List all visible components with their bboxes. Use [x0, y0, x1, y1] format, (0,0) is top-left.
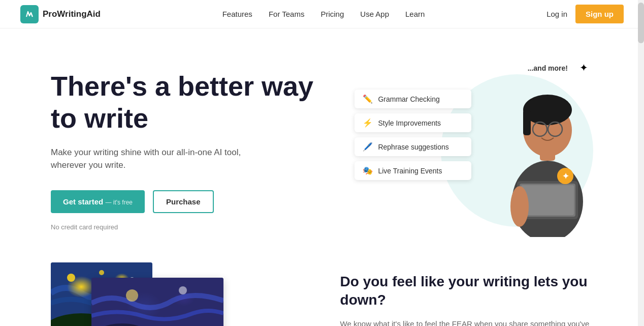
- purchase-button[interactable]: Purchase: [153, 190, 214, 213]
- section-two-left: My idea in my head: [51, 262, 300, 326]
- pill-style: ⚡ Style Improvements: [355, 113, 471, 132]
- feature-pills: ✏️ Grammar Checking ⚡ Style Improvements…: [355, 90, 471, 180]
- nav-links: Features For Teams Pricing Use App Learn: [222, 10, 425, 19]
- nav-learn[interactable]: Learn: [405, 10, 425, 18]
- section-two-title: Do you feel like your writing lets you d…: [340, 273, 603, 310]
- svg-rect-5: [523, 110, 531, 135]
- svg-rect-11: [521, 185, 574, 215]
- logo-link[interactable]: ProWritingAid: [20, 5, 101, 23]
- svg-point-16: [67, 274, 75, 282]
- svg-rect-22: [91, 278, 223, 326]
- nav-pricing[interactable]: Pricing: [320, 10, 344, 18]
- page-scrollbar[interactable]: [638, 0, 644, 326]
- rephrase-icon: 🖊️: [363, 142, 373, 152]
- svg-text:✦: ✦: [562, 172, 569, 181]
- get-started-button[interactable]: Get started — it's free: [51, 190, 145, 213]
- section-two-body: We know what it's like to feel the FEAR …: [340, 318, 603, 326]
- hero-section: There's a better way to write Make your …: [0, 28, 644, 262]
- section-two: My idea in my head Do you feel like your…: [0, 262, 644, 326]
- svg-point-17: [99, 270, 104, 275]
- login-button[interactable]: Log in: [546, 10, 567, 18]
- nav-for-teams[interactable]: For Teams: [269, 10, 305, 18]
- signup-button[interactable]: Sign up: [575, 5, 624, 23]
- logo-text: ProWritingAid: [43, 9, 101, 19]
- hero-buttons: Get started — it's free Purchase: [51, 190, 315, 213]
- nav-features[interactable]: Features: [222, 10, 252, 18]
- person-illustration: ✦: [466, 59, 598, 237]
- hero-title: There's a better way to write: [51, 70, 315, 133]
- svg-point-23: [126, 289, 138, 302]
- painting-front: [91, 278, 223, 326]
- hero-subtitle: Make your writing shine with our all-in-…: [51, 146, 254, 172]
- grammar-icon: ✏️: [363, 94, 373, 104]
- pill-grammar: ✏️ Grammar Checking: [355, 90, 471, 108]
- painting-stack: My idea in my head: [51, 262, 223, 326]
- svg-point-24: [179, 286, 187, 294]
- nav-use-app[interactable]: Use App: [360, 10, 389, 18]
- logo-icon: [20, 5, 39, 23]
- no-cc-text: No credit card required: [51, 223, 315, 231]
- pill-rephrase: 🖊️ Rephrase suggestions: [355, 137, 471, 156]
- scrollbar-thumb[interactable]: [638, 3, 644, 43]
- hero-left: There's a better way to write Make your …: [51, 70, 315, 230]
- style-icon: ⚡: [363, 118, 373, 128]
- svg-point-12: [510, 186, 529, 227]
- pill-training: 🎭 Live Training Events: [355, 161, 471, 180]
- hero-illustration: ...and more! ✦ ✏️ Grammar Checking ⚡ Sty…: [355, 59, 603, 242]
- hero-right: ...and more! ✦ ✏️ Grammar Checking ⚡ Sty…: [355, 59, 603, 242]
- training-icon: 🎭: [363, 166, 373, 175]
- svg-point-25: [91, 323, 152, 326]
- navbar: ProWritingAid Features For Teams Pricing…: [0, 0, 644, 28]
- nav-actions: Log in Sign up: [546, 5, 624, 23]
- section-two-right: Do you feel like your writing lets you d…: [340, 262, 603, 326]
